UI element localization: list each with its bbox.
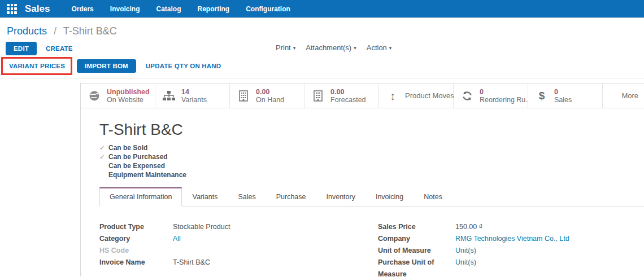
breadcrumb-products-link[interactable]: Products: [7, 25, 47, 37]
menu-orders[interactable]: Orders: [71, 5, 93, 13]
general-information-fields: Product Type Stockable Product Category …: [99, 221, 644, 277]
tab-purchase[interactable]: Purchase: [266, 188, 316, 206]
refresh-icon: [460, 90, 474, 102]
menu-configuration[interactable]: Configuration: [246, 5, 290, 13]
stat-label: On Website: [107, 96, 150, 104]
stat-button-forecasted[interactable]: 0.00 Forecasted: [304, 83, 379, 108]
action-dropdown-label: Action: [367, 43, 387, 52]
print-dropdown-label: Print: [276, 43, 291, 52]
apps-grid-icon[interactable]: [7, 4, 17, 14]
field-label: Unit of Measure: [378, 245, 455, 257]
stat-value: 0.00: [330, 88, 366, 96]
tab-inventory[interactable]: Inventory: [316, 188, 365, 206]
stat-label: Sales: [554, 96, 572, 104]
building-icon: [237, 90, 250, 102]
field-unit-of-measure: Unit of Measure Unit(s): [378, 245, 638, 257]
print-dropdown[interactable]: Print ▾: [276, 43, 295, 52]
stat-label: Forecasted: [330, 96, 366, 104]
flag-label: Can be Sold: [108, 144, 147, 152]
field-category: Category All: [99, 233, 378, 245]
breadcrumb-separator: /: [54, 25, 56, 37]
field-invoice-name: Invoice Name T-Shirt B&C: [99, 257, 378, 269]
stat-button-sales[interactable]: $ 0 Sales: [528, 83, 603, 108]
check-icon: ✓: [99, 144, 108, 152]
action-dropdown[interactable]: Action ▾: [367, 43, 392, 52]
import-bom-button[interactable]: IMPORT BOM: [77, 59, 136, 73]
stat-label: On Hand: [256, 96, 284, 104]
stat-value: 0.00: [256, 88, 284, 96]
attachments-dropdown[interactable]: Attachment(s) ▾: [306, 43, 356, 52]
caret-down-icon: ▾: [389, 45, 392, 51]
control-panel: Products / T-Shirt B&C EDIT CREATE Print…: [0, 18, 644, 78]
sheet-body: T-Shirt B&C ✓ Can be Sold ✓ Can be Purch…: [81, 121, 644, 277]
stat-button-on-website[interactable]: Unpublished On Website: [81, 83, 155, 108]
stat-value: Unpublished: [107, 88, 150, 96]
stat-label: Product Moves: [405, 92, 454, 100]
stat-button-variants[interactable]: 14 Variants: [155, 83, 230, 108]
product-flags: ✓ Can be Sold ✓ Can be Purchased Can be …: [99, 143, 644, 179]
product-title: T-Shirt B&C: [99, 121, 644, 139]
fields-right-column: Sales Price 150.00 ₫ Company RMG Technol…: [378, 221, 638, 277]
field-value: 150.00 ₫: [455, 221, 482, 233]
tab-variants[interactable]: Variants: [182, 188, 228, 206]
action-dropdowns: Print ▾ Attachment(s) ▾ Action ▾: [276, 43, 391, 52]
field-sales-price: Sales Price 150.00 ₫: [378, 221, 638, 233]
update-qty-on-hand-button[interactable]: UPDATE QTY ON HAND: [145, 60, 223, 72]
flag-label: Equipment Maintenance: [108, 171, 186, 179]
stat-value: 0: [480, 88, 533, 96]
globe-icon: [88, 90, 101, 102]
category-link[interactable]: All: [173, 233, 181, 245]
top-navbar: Sales Orders Invoicing Catalog Reporting…: [0, 0, 644, 18]
object-buttons-row: VARIANT PRICES IMPORT BOM UPDATE QTY ON …: [0, 57, 644, 75]
sitemap-icon: [162, 91, 176, 101]
stat-button-bar: Unpublished On Website 14 Variants 0.00 …: [81, 83, 644, 108]
main-menu: Orders Invoicing Catalog Reporting Confi…: [71, 5, 290, 13]
edit-button[interactable]: EDIT: [6, 42, 37, 55]
flag-equipment-maintenance: Equipment Maintenance: [99, 170, 644, 179]
field-label: Purchase Unit of Measure: [378, 257, 455, 277]
flag-can-be-expensed: Can be Expensed: [99, 161, 644, 170]
menu-catalog[interactable]: Catalog: [156, 5, 181, 13]
flag-can-be-purchased: ✓ Can be Purchased: [99, 152, 644, 161]
field-product-type: Product Type Stockable Product: [99, 221, 378, 233]
app-brand[interactable]: Sales: [25, 3, 50, 15]
breadcrumb: Products / T-Shirt B&C: [0, 18, 644, 37]
flag-can-be-sold: ✓ Can be Sold: [99, 143, 644, 152]
variant-prices-button[interactable]: VARIANT PRICES: [8, 60, 66, 72]
uom-link[interactable]: Unit(s): [455, 245, 476, 257]
field-label: HS Code: [99, 245, 173, 257]
tab-notes[interactable]: Notes: [414, 188, 452, 206]
field-company: Company RMG Technologies Vietnam Co., Lt…: [378, 233, 638, 245]
field-hs-code: HS Code: [99, 245, 378, 257]
menu-invoicing[interactable]: Invoicing: [110, 5, 140, 13]
company-link[interactable]: RMG Technologies Vietnam Co., Ltd: [455, 233, 569, 245]
purchase-uom-link[interactable]: Unit(s): [455, 257, 476, 269]
menu-reporting[interactable]: Reporting: [197, 5, 229, 13]
stat-button-product-moves[interactable]: ↕ Product Moves: [379, 83, 454, 108]
caret-down-icon: ▾: [354, 45, 356, 51]
product-form-sheet: Unpublished On Website 14 Variants 0.00 …: [80, 83, 644, 276]
field-label: Company: [378, 233, 455, 245]
dollar-icon: $: [535, 90, 549, 102]
attachments-dropdown-label: Attachment(s): [306, 43, 351, 52]
arrows-v-icon: ↕: [386, 90, 399, 102]
field-label: Sales Price: [378, 221, 455, 233]
tab-general-information[interactable]: General Information: [99, 187, 182, 206]
flag-label: Can be Purchased: [108, 153, 168, 161]
create-button[interactable]: CREATE: [45, 42, 74, 55]
tab-sales[interactable]: Sales: [228, 188, 266, 206]
stat-button-reordering-rules[interactable]: 0 Reordering Ru…: [454, 83, 528, 108]
stat-label: Variants: [181, 96, 207, 104]
check-icon: ✓: [99, 153, 108, 161]
stat-button-on-hand[interactable]: 0.00 On Hand: [230, 83, 304, 108]
stat-label: Reordering Ru…: [480, 96, 533, 104]
field-purchase-unit-of-measure: Purchase Unit of Measure Unit(s): [378, 257, 638, 277]
annotation-red-box: VARIANT PRICES: [1, 57, 72, 75]
more-button[interactable]: More: [603, 83, 644, 108]
stat-value: 0: [554, 88, 572, 96]
field-label: Invoice Name: [99, 257, 173, 269]
flag-label: Can be Expensed: [108, 162, 165, 170]
tab-invoicing[interactable]: Invoicing: [365, 188, 414, 206]
field-value: Stockable Product: [173, 221, 230, 233]
building-icon: [311, 90, 325, 102]
